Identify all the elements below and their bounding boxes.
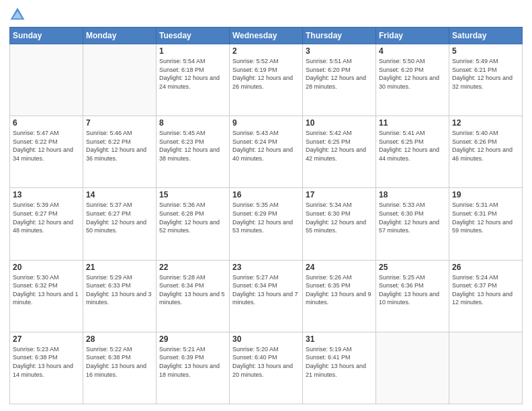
calendar-cell bbox=[10, 44, 83, 116]
day-of-week-header: Wednesday bbox=[230, 28, 303, 44]
day-number: 8 bbox=[159, 118, 226, 128]
calendar-cell: 7Sunrise: 5:46 AM Sunset: 6:22 PM Daylig… bbox=[83, 116, 157, 188]
day-number: 5 bbox=[452, 46, 519, 56]
day-number: 21 bbox=[86, 263, 153, 272]
day-number: 19 bbox=[452, 190, 519, 199]
day-of-week-header: Monday bbox=[83, 28, 157, 44]
day-number: 1 bbox=[159, 46, 226, 56]
calendar-cell: 16Sunrise: 5:35 AM Sunset: 6:29 PM Dayli… bbox=[230, 188, 303, 260]
day-number: 20 bbox=[13, 263, 80, 272]
calendar-cell: 18Sunrise: 5:33 AM Sunset: 6:30 PM Dayli… bbox=[376, 188, 449, 260]
day-info: Sunrise: 5:21 AM Sunset: 6:39 PM Dayligh… bbox=[159, 345, 226, 379]
day-number: 13 bbox=[13, 190, 80, 199]
day-info: Sunrise: 5:36 AM Sunset: 6:28 PM Dayligh… bbox=[159, 201, 226, 234]
calendar-cell: 31Sunrise: 5:19 AM Sunset: 6:41 PM Dayli… bbox=[303, 332, 376, 404]
day-number: 29 bbox=[159, 334, 226, 344]
day-info: Sunrise: 5:42 AM Sunset: 6:25 PM Dayligh… bbox=[306, 129, 373, 163]
day-number: 14 bbox=[86, 190, 153, 199]
day-number: 15 bbox=[159, 190, 226, 199]
calendar-cell: 5Sunrise: 5:49 AM Sunset: 6:21 PM Daylig… bbox=[449, 44, 523, 116]
week-row: 27Sunrise: 5:23 AM Sunset: 6:38 PM Dayli… bbox=[10, 332, 523, 404]
day-number: 9 bbox=[232, 118, 300, 128]
calendar-cell: 23Sunrise: 5:27 AM Sunset: 6:34 PM Dayli… bbox=[230, 260, 303, 332]
day-number: 12 bbox=[452, 118, 519, 128]
calendar-cell bbox=[83, 44, 157, 116]
calendar-cell bbox=[376, 332, 449, 404]
day-number: 2 bbox=[232, 46, 300, 56]
day-of-week-header: Saturday bbox=[449, 28, 523, 44]
day-number: 16 bbox=[232, 190, 300, 199]
day-number: 22 bbox=[159, 263, 226, 272]
week-row: 6Sunrise: 5:47 AM Sunset: 6:22 PM Daylig… bbox=[10, 116, 523, 188]
day-info: Sunrise: 5:51 AM Sunset: 6:20 PM Dayligh… bbox=[306, 57, 373, 91]
day-number: 4 bbox=[379, 46, 446, 56]
calendar-cell: 15Sunrise: 5:36 AM Sunset: 6:28 PM Dayli… bbox=[157, 188, 230, 260]
calendar-cell: 12Sunrise: 5:40 AM Sunset: 6:26 PM Dayli… bbox=[449, 116, 523, 188]
day-info: Sunrise: 5:26 AM Sunset: 6:35 PM Dayligh… bbox=[306, 273, 373, 307]
day-number: 31 bbox=[306, 334, 373, 344]
day-info: Sunrise: 5:39 AM Sunset: 6:27 PM Dayligh… bbox=[13, 201, 80, 234]
day-number: 24 bbox=[306, 263, 373, 272]
calendar-cell: 21Sunrise: 5:29 AM Sunset: 6:33 PM Dayli… bbox=[83, 260, 157, 332]
day-number: 17 bbox=[306, 190, 373, 199]
day-of-week-header: Thursday bbox=[303, 28, 376, 44]
calendar-cell: 28Sunrise: 5:22 AM Sunset: 6:38 PM Dayli… bbox=[83, 332, 157, 404]
day-number: 18 bbox=[379, 190, 446, 199]
calendar-cell: 29Sunrise: 5:21 AM Sunset: 6:39 PM Dayli… bbox=[157, 332, 230, 404]
day-number: 6 bbox=[13, 118, 80, 128]
day-number: 3 bbox=[306, 46, 373, 56]
calendar: SundayMondayTuesdayWednesdayThursdayFrid… bbox=[9, 27, 523, 404]
calendar-cell: 4Sunrise: 5:50 AM Sunset: 6:20 PM Daylig… bbox=[376, 44, 449, 116]
calendar-cell: 27Sunrise: 5:23 AM Sunset: 6:38 PM Dayli… bbox=[10, 332, 83, 404]
calendar-cell: 30Sunrise: 5:20 AM Sunset: 6:40 PM Dayli… bbox=[230, 332, 303, 404]
days-of-week-row: SundayMondayTuesdayWednesdayThursdayFrid… bbox=[10, 28, 523, 44]
day-info: Sunrise: 5:28 AM Sunset: 6:34 PM Dayligh… bbox=[159, 273, 226, 307]
calendar-cell: 25Sunrise: 5:25 AM Sunset: 6:36 PM Dayli… bbox=[376, 260, 449, 332]
week-row: 13Sunrise: 5:39 AM Sunset: 6:27 PM Dayli… bbox=[10, 188, 523, 260]
calendar-cell: 3Sunrise: 5:51 AM Sunset: 6:20 PM Daylig… bbox=[303, 44, 376, 116]
page: SundayMondayTuesdayWednesdayThursdayFrid… bbox=[0, 0, 532, 411]
day-info: Sunrise: 5:35 AM Sunset: 6:29 PM Dayligh… bbox=[232, 201, 300, 234]
day-info: Sunrise: 5:40 AM Sunset: 6:26 PM Dayligh… bbox=[452, 129, 519, 163]
calendar-cell bbox=[449, 332, 523, 404]
day-info: Sunrise: 5:23 AM Sunset: 6:38 PM Dayligh… bbox=[13, 345, 80, 379]
logo bbox=[9, 7, 28, 23]
calendar-cell: 19Sunrise: 5:31 AM Sunset: 6:31 PM Dayli… bbox=[449, 188, 523, 260]
day-number: 10 bbox=[306, 118, 373, 128]
calendar-cell: 14Sunrise: 5:37 AM Sunset: 6:27 PM Dayli… bbox=[83, 188, 157, 260]
calendar-header: SundayMondayTuesdayWednesdayThursdayFrid… bbox=[10, 28, 523, 44]
day-number: 28 bbox=[86, 334, 153, 344]
calendar-cell: 24Sunrise: 5:26 AM Sunset: 6:35 PM Dayli… bbox=[303, 260, 376, 332]
day-info: Sunrise: 5:31 AM Sunset: 6:31 PM Dayligh… bbox=[452, 201, 519, 234]
day-info: Sunrise: 5:45 AM Sunset: 6:23 PM Dayligh… bbox=[159, 129, 226, 163]
calendar-cell: 26Sunrise: 5:24 AM Sunset: 6:37 PM Dayli… bbox=[449, 260, 523, 332]
week-row: 20Sunrise: 5:30 AM Sunset: 6:32 PM Dayli… bbox=[10, 260, 523, 332]
logo-icon bbox=[9, 7, 26, 23]
day-info: Sunrise: 5:49 AM Sunset: 6:21 PM Dayligh… bbox=[452, 57, 519, 91]
calendar-cell: 9Sunrise: 5:43 AM Sunset: 6:24 PM Daylig… bbox=[230, 116, 303, 188]
day-number: 11 bbox=[379, 118, 446, 128]
day-number: 25 bbox=[379, 263, 446, 272]
calendar-cell: 6Sunrise: 5:47 AM Sunset: 6:22 PM Daylig… bbox=[10, 116, 83, 188]
day-info: Sunrise: 5:33 AM Sunset: 6:30 PM Dayligh… bbox=[379, 201, 446, 234]
day-of-week-header: Friday bbox=[376, 28, 449, 44]
day-number: 26 bbox=[452, 263, 519, 272]
day-info: Sunrise: 5:47 AM Sunset: 6:22 PM Dayligh… bbox=[13, 129, 80, 163]
calendar-cell: 20Sunrise: 5:30 AM Sunset: 6:32 PM Dayli… bbox=[10, 260, 83, 332]
week-row: 1Sunrise: 5:54 AM Sunset: 6:18 PM Daylig… bbox=[10, 44, 523, 116]
day-info: Sunrise: 5:34 AM Sunset: 6:30 PM Dayligh… bbox=[306, 201, 373, 234]
day-info: Sunrise: 5:50 AM Sunset: 6:20 PM Dayligh… bbox=[379, 57, 446, 91]
calendar-cell: 8Sunrise: 5:45 AM Sunset: 6:23 PM Daylig… bbox=[157, 116, 230, 188]
day-info: Sunrise: 5:41 AM Sunset: 6:25 PM Dayligh… bbox=[379, 129, 446, 163]
day-info: Sunrise: 5:29 AM Sunset: 6:33 PM Dayligh… bbox=[86, 273, 153, 307]
day-info: Sunrise: 5:22 AM Sunset: 6:38 PM Dayligh… bbox=[86, 345, 153, 379]
day-info: Sunrise: 5:43 AM Sunset: 6:24 PM Dayligh… bbox=[232, 129, 300, 163]
calendar-cell: 22Sunrise: 5:28 AM Sunset: 6:34 PM Dayli… bbox=[157, 260, 230, 332]
calendar-cell: 11Sunrise: 5:41 AM Sunset: 6:25 PM Dayli… bbox=[376, 116, 449, 188]
calendar-cell: 13Sunrise: 5:39 AM Sunset: 6:27 PM Dayli… bbox=[10, 188, 83, 260]
day-number: 7 bbox=[86, 118, 153, 128]
day-info: Sunrise: 5:20 AM Sunset: 6:40 PM Dayligh… bbox=[232, 345, 300, 379]
calendar-cell: 2Sunrise: 5:52 AM Sunset: 6:19 PM Daylig… bbox=[230, 44, 303, 116]
day-info: Sunrise: 5:54 AM Sunset: 6:18 PM Dayligh… bbox=[159, 57, 226, 91]
day-info: Sunrise: 5:30 AM Sunset: 6:32 PM Dayligh… bbox=[13, 273, 80, 307]
